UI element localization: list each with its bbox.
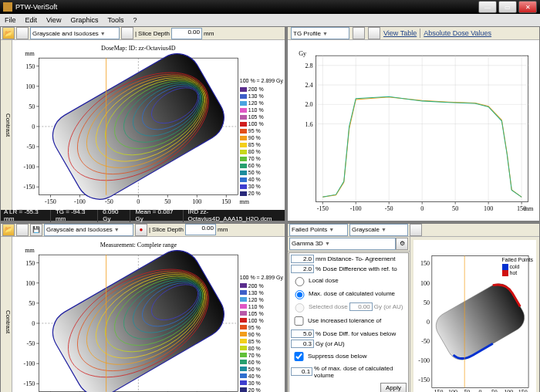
tol-gy-input[interactable]: 0.3	[291, 340, 314, 348]
isodose-legend: 100 % = 2.899 Gy200 %130 %120 %110 %105 …	[240, 77, 283, 197]
maximize-button[interactable]: ▭	[498, 1, 517, 13]
app-icon	[3, 2, 12, 12]
svg-text:-50: -50	[421, 338, 430, 345]
svg-text:150: 150	[25, 259, 35, 266]
tol-input[interactable]: 5.0	[291, 329, 314, 338]
local-dose-radio[interactable]	[295, 277, 305, 286]
minimize-button[interactable]: —	[478, 1, 497, 13]
viewmode-combo[interactable]: Grayscale and Isodoses▼	[30, 27, 120, 39]
contrast-sidebar[interactable]: Contrast	[1, 237, 12, 392]
slice-depth-unit: mm	[218, 226, 228, 233]
tolerance-check[interactable]	[294, 316, 304, 326]
dta-label: mm Distance- To- Agreement	[316, 255, 395, 262]
svg-text:-100: -100	[446, 389, 457, 392]
menu-edit[interactable]: Edit	[21, 16, 42, 24]
svg-text:-100: -100	[74, 198, 86, 205]
svg-text:150: 150	[25, 63, 35, 70]
close-button[interactable]: ✕	[518, 1, 537, 13]
svg-text:0: 0	[32, 123, 35, 130]
svg-text:0: 0	[427, 319, 430, 326]
gamma-plot[interactable]: -150-150-100-100-50-50005050100100150150…	[413, 240, 536, 392]
svg-text:0: 0	[478, 389, 481, 392]
svg-text:-100: -100	[350, 205, 362, 212]
svg-text:50: 50	[164, 198, 170, 205]
open-icon[interactable]: 📂	[2, 224, 15, 236]
dosemap-plot[interactable]: DoseMap: ID: zz-Octavius4D-150-150-100-1…	[12, 40, 285, 210]
svg-text:-150: -150	[418, 377, 430, 384]
gamma-method-combo[interactable]: Gamma 3D▼	[289, 238, 396, 250]
svg-text:DoseMap: ID: zz-Octavius4D: DoseMap: ID: zz-Octavius4D	[101, 45, 176, 52]
flag-icon[interactable]	[16, 27, 29, 39]
max-calc-radio[interactable]	[295, 290, 305, 299]
profile-tool-2[interactable]	[368, 27, 380, 39]
svg-text:50: 50	[424, 299, 430, 306]
svg-text:100: 100	[484, 205, 493, 212]
dd-input[interactable]: 2.0	[291, 265, 314, 273]
menubar: File Edit View Graphics Tools ?	[0, 14, 540, 27]
svg-text:-50: -50	[385, 205, 393, 212]
profile-plot[interactable]: -150-100-500501001501.62.02.42.8Gymm	[288, 40, 539, 221]
slice-depth-label: Slice Depth	[152, 226, 184, 233]
svg-text:50: 50	[491, 389, 498, 392]
open-icon[interactable]: 📂	[2, 27, 15, 39]
apply-button[interactable]: Apply	[380, 383, 407, 392]
suppress-input[interactable]: 0.1	[291, 367, 312, 376]
profile-tab-combo[interactable]: TG Profile▼	[291, 27, 349, 39]
svg-text:50: 50	[452, 205, 458, 212]
tool-button[interactable]	[121, 27, 133, 39]
failed-points-legend: Failed Points cold hot	[502, 257, 533, 276]
menu-help[interactable]: ?	[128, 16, 141, 24]
svg-text:-150: -150	[317, 205, 329, 212]
menu-view[interactable]: View	[42, 16, 66, 24]
dta-input[interactable]: 2.0	[291, 255, 314, 263]
svg-text:100: 100	[192, 198, 201, 205]
link-abs-dose[interactable]: Absolute Dose Values	[424, 29, 491, 37]
svg-text:mm: mm	[25, 50, 35, 57]
svg-text:150: 150	[221, 198, 231, 205]
gamma-params: Gamma 3D▼ ⚙ 2.0mm Distance- To- Agreemen…	[288, 237, 410, 392]
svg-text:-50: -50	[105, 198, 113, 205]
svg-text:mm: mm	[240, 198, 250, 205]
failed-points-combo[interactable]: Failed Points▼	[289, 224, 348, 236]
window-title: PTW-VeriSoft	[15, 3, 57, 11]
svg-text:100: 100	[25, 83, 35, 90]
link-view-table[interactable]: View Table	[383, 29, 417, 37]
profile-tool-1[interactable]	[353, 27, 365, 39]
svg-text:-100: -100	[23, 164, 35, 171]
menu-graphics[interactable]: Graphics	[66, 16, 103, 24]
panel-gamma: Failed Points▼ Grayscale▼ Gamma 3D▼ ⚙ 2.…	[287, 223, 540, 392]
svg-text:-150: -150	[45, 198, 56, 205]
window-titlebar: PTW-VeriSoft — ▭ ✕	[0, 0, 540, 14]
viewmode-combo[interactable]: Grayscale and Isodoses▼	[44, 224, 133, 236]
record-icon[interactable]: ●	[135, 224, 147, 236]
slice-depth-input[interactable]: 0.00	[185, 224, 216, 235]
grayscale-combo[interactable]: Grayscale▼	[349, 224, 408, 236]
panel-dosemap: 📂 Grayscale and Isodoses▼ | Slice Depth …	[0, 26, 285, 221]
svg-text:mm: mm	[524, 205, 534, 212]
svg-text:-150: -150	[23, 184, 35, 191]
flag-icon[interactable]	[16, 224, 29, 236]
svg-text:2.0: 2.0	[305, 101, 312, 108]
contrast-sidebar[interactable]: Contrast	[1, 40, 12, 210]
svg-text:0: 0	[137, 198, 140, 205]
panel-profile: TG Profile▼ View Table Absolute Dose Val…	[287, 26, 540, 221]
svg-text:100: 100	[504, 389, 513, 392]
dosemap-toolbar: 📂 Grayscale and Isodoses▼ | Slice Depth …	[1, 27, 285, 40]
measurement-toolbar: 📂 💾 Grayscale and Isodoses▼ ● | Slice De…	[1, 224, 285, 237]
save-icon[interactable]: 💾	[30, 224, 42, 236]
slice-depth-label: Slice Depth	[138, 30, 170, 37]
dosemap-status: A LR = -55.3 mm TG = -94.3 mm 0.090 Gy M…	[1, 210, 285, 221]
menu-file[interactable]: File	[0, 16, 21, 24]
svg-text:0: 0	[32, 320, 35, 327]
gamma-toolbar: Failed Points▼ Grayscale▼	[288, 224, 539, 237]
measurement-plot[interactable]: Measurement: Complete range-150-150-100-…	[12, 237, 285, 392]
slice-depth-input[interactable]: 0.00	[171, 28, 202, 39]
gamma-tool-1[interactable]	[410, 224, 422, 236]
suppress-check[interactable]	[294, 352, 304, 361]
svg-text:150: 150	[420, 260, 430, 267]
svg-text:1.6: 1.6	[305, 121, 312, 128]
menu-tools[interactable]: Tools	[103, 16, 128, 24]
viewmode-label: Grayscale and Isodoses	[32, 30, 99, 37]
gear-icon[interactable]: ⚙	[396, 238, 408, 250]
svg-text:-150: -150	[432, 389, 444, 392]
